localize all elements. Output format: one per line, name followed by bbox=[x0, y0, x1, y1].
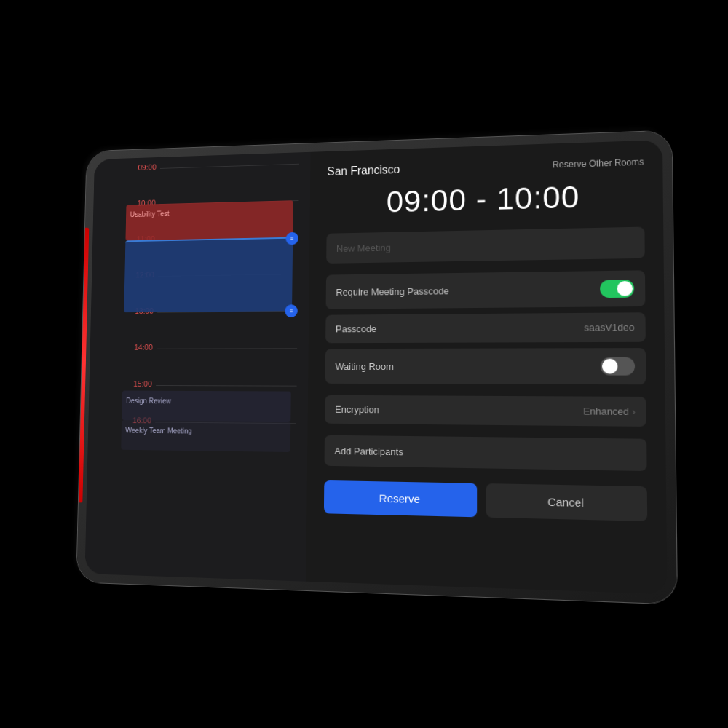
calendar-panel: 09:00 10:00 11:00 12:00 13:00 bbox=[84, 152, 310, 582]
action-buttons: Reserve Cancel bbox=[324, 480, 647, 521]
reserve-other-rooms-link[interactable]: Reserve Other Rooms bbox=[553, 157, 644, 170]
time-range-display: 09:00 - 10:00 bbox=[327, 178, 644, 221]
require-passcode-field: Require Meeting Passcode bbox=[326, 270, 646, 309]
time-label-15: 15:00 bbox=[122, 379, 152, 388]
room-name: San Francisco bbox=[327, 163, 400, 178]
passcode-field: Passcode saasV1deo bbox=[325, 312, 646, 343]
encryption-value: Enhanced bbox=[583, 405, 629, 417]
encryption-label: Encryption bbox=[335, 404, 379, 415]
meeting-name-placeholder: New Meeting bbox=[336, 242, 391, 254]
event-usability-test[interactable]: Usability Test bbox=[125, 200, 293, 240]
meeting-name-field[interactable]: New Meeting bbox=[326, 227, 645, 264]
encryption-field[interactable]: Encryption Enhanced › bbox=[325, 395, 646, 427]
tablet-screen: 09:00 10:00 11:00 12:00 13:00 bbox=[84, 140, 667, 594]
event-selected[interactable]: ≡ ≡ bbox=[124, 237, 293, 313]
event-design-review[interactable]: Design Review bbox=[122, 391, 291, 422]
waiting-room-label: Waiting Room bbox=[335, 360, 393, 371]
waiting-room-toggle[interactable] bbox=[601, 357, 635, 376]
add-participants-label: Add Participants bbox=[334, 446, 403, 457]
right-panel: San Francisco Reserve Other Rooms 09:00 … bbox=[306, 140, 667, 594]
time-label-14: 14:00 bbox=[123, 343, 153, 352]
reserve-button[interactable]: Reserve bbox=[324, 480, 477, 517]
cancel-button[interactable]: Cancel bbox=[486, 483, 648, 521]
chevron-right-icon: › bbox=[632, 406, 635, 417]
require-passcode-label: Require Meeting Passcode bbox=[336, 285, 448, 298]
event-weekly-meeting[interactable]: Weekly Team Meeting bbox=[121, 420, 290, 452]
waiting-room-thumb bbox=[602, 359, 618, 374]
passcode-value: saasV1deo bbox=[584, 322, 635, 333]
passcode-label: Passcode bbox=[336, 323, 376, 334]
panel-header: San Francisco Reserve Other Rooms bbox=[327, 155, 644, 178]
time-grid: 09:00 10:00 11:00 12:00 13:00 bbox=[87, 163, 310, 461]
encryption-value-container: Enhanced › bbox=[583, 405, 636, 417]
event-weekly-label: Weekly Team Meeting bbox=[125, 427, 191, 435]
event-design-label: Design Review bbox=[126, 397, 171, 405]
add-participants-field[interactable]: Add Participants bbox=[325, 435, 647, 471]
drag-icon-bottom: ≡ bbox=[290, 308, 293, 314]
time-label-09: 09:00 bbox=[127, 163, 156, 173]
require-passcode-toggle[interactable] bbox=[600, 280, 634, 298]
toggle-thumb bbox=[617, 281, 633, 296]
tablet-device: 09:00 10:00 11:00 12:00 13:00 bbox=[76, 130, 677, 604]
waiting-room-field: Waiting Room bbox=[325, 348, 646, 384]
event-usability-label: Usability Test bbox=[130, 210, 170, 218]
drag-icon-top: ≡ bbox=[290, 235, 294, 242]
